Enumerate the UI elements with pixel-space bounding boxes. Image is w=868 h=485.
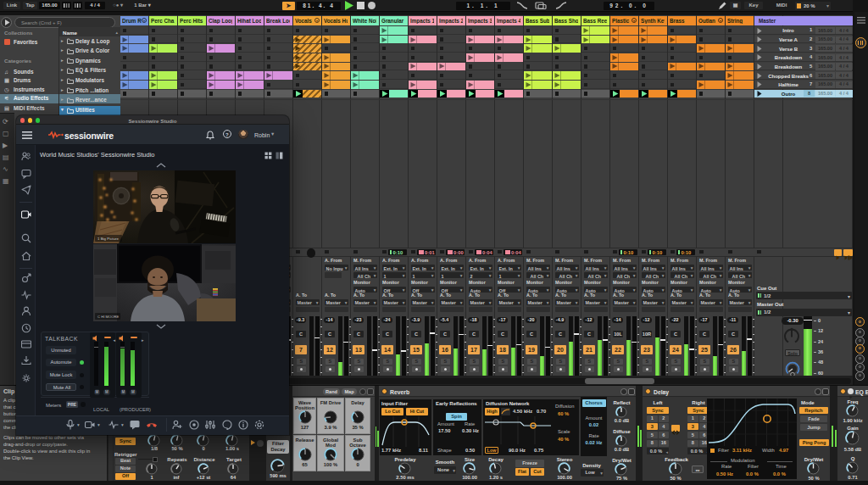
svg-text:C HI MOORE: C HI MOORE xyxy=(97,315,120,319)
svg-text:1 Big Picture: 1 Big Picture xyxy=(97,237,119,241)
